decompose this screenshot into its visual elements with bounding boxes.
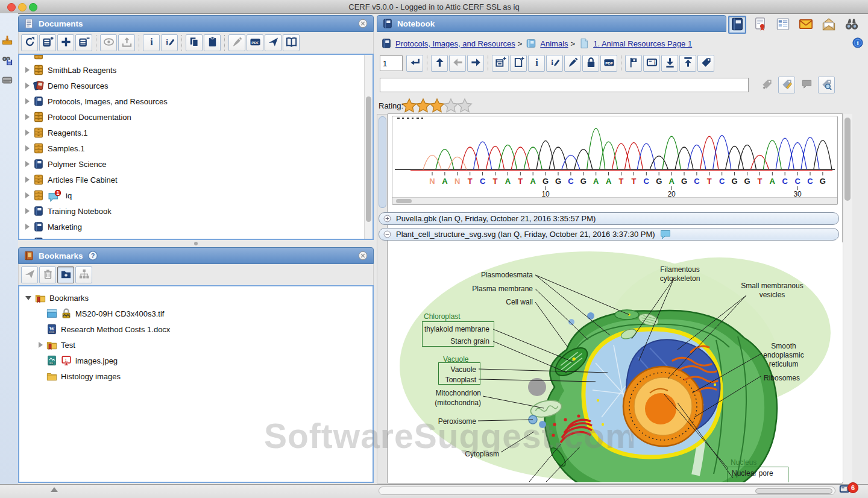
binoculars-button[interactable]: [843, 16, 861, 34]
view-button[interactable]: [100, 34, 117, 51]
form-button[interactable]: [774, 16, 792, 34]
edit-info-button[interactable]: i: [546, 55, 563, 72]
tree-row[interactable]: [19, 54, 373, 62]
add-page-button[interactable]: [510, 55, 527, 72]
info-button[interactable]: i: [528, 55, 545, 72]
flag-button[interactable]: [625, 55, 642, 72]
import-tray-icon[interactable]: [2, 35, 16, 49]
expand-arrow-icon[interactable]: [25, 114, 30, 120]
expand-arrow-icon[interactable]: [25, 177, 30, 183]
notebook-scrollbar-thumb-right[interactable]: [844, 118, 851, 201]
arrow-right-button[interactable]: [467, 55, 484, 72]
edit-tag-button[interactable]: [778, 77, 795, 93]
scroll-top-button[interactable]: [679, 55, 696, 72]
expand-arrow-icon[interactable]: [25, 192, 30, 198]
tree-row[interactable]: Histology images: [19, 368, 373, 384]
tree-row[interactable]: Protocol Documentation: [19, 109, 373, 125]
chromatogram-hscrollbar-thumb[interactable]: [396, 199, 412, 203]
tree-row[interactable]: JPG1.images.jpeg: [19, 353, 373, 368]
add-button[interactable]: [57, 34, 74, 51]
copy-button[interactable]: [186, 34, 203, 51]
collapse-expander-icon[interactable]: [25, 296, 31, 300]
scroll-bottom-button[interactable]: [661, 55, 678, 72]
divider-drag-handle[interactable]: [51, 487, 58, 492]
hard-drive-icon[interactable]: [2, 75, 16, 89]
notebook-horizontal-scrollbar-thumb[interactable]: [755, 488, 832, 494]
return-button[interactable]: [406, 55, 423, 72]
info-circle-icon[interactable]: i: [852, 37, 866, 51]
close-panel-icon[interactable]: [357, 250, 368, 261]
expand-arrow-icon[interactable]: [25, 130, 30, 136]
expand-arrow-icon[interactable]: [25, 161, 30, 167]
tree-row[interactable]: Training Notebook: [19, 203, 373, 219]
expand-icon[interactable]: [383, 214, 392, 223]
tree-row[interactable]: Marketing: [19, 219, 373, 235]
mail-button[interactable]: [797, 16, 815, 34]
tree-row[interactable]: Protocols, Images, and Resources: [19, 93, 373, 109]
certificate-button[interactable]: [751, 16, 769, 34]
remove-cabinet-button[interactable]: [75, 34, 92, 51]
sign-button[interactable]: [564, 55, 581, 72]
close-panel-icon[interactable]: [357, 18, 368, 29]
upload-button[interactable]: [118, 34, 135, 51]
help-icon[interactable]: ?: [87, 250, 98, 261]
close-window-button[interactable]: [7, 3, 16, 11]
expand-arrow-icon[interactable]: [25, 98, 30, 104]
hierarchy-button[interactable]: [75, 266, 92, 283]
documents-tree-scrollbar-thumb[interactable]: [366, 96, 371, 222]
delete-button[interactable]: [39, 266, 56, 283]
comment-blue-icon[interactable]: [659, 229, 671, 241]
info-button[interactable]: i: [143, 34, 160, 51]
add-cabinet-button[interactable]: [39, 34, 56, 51]
notebook-scrollbar-thumb[interactable]: [379, 116, 386, 208]
book-button[interactable]: [283, 34, 300, 51]
sign-button[interactable]: [228, 34, 245, 51]
arrow-left-button[interactable]: [449, 55, 466, 72]
tree-row[interactable]: Bookmarks: [19, 290, 373, 306]
breadcrumb-link[interactable]: Protocols, Images, and Resources: [395, 39, 515, 48]
tree-row[interactable]: Demo Resources: [19, 78, 373, 93]
attachment-bar[interactable]: Puvella.gbk (Ian Q, Friday, October 21, …: [379, 212, 839, 225]
panel-resize-handle[interactable]: [194, 242, 198, 245]
comment-button[interactable]: [798, 77, 815, 93]
attachment-bar[interactable]: Plant_cell_structure_svg.svg (Ian Q, Fri…: [379, 228, 839, 241]
expand-arrow-icon[interactable]: [39, 342, 43, 348]
tree-row[interactable]: Samples.1: [19, 140, 373, 156]
edit-info-button[interactable]: i: [161, 34, 178, 51]
page-number-input[interactable]: [380, 55, 403, 71]
arrow-up-button[interactable]: [431, 55, 448, 72]
navigate-button[interactable]: [21, 266, 38, 283]
expand-arrow-icon[interactable]: [25, 208, 30, 214]
mail-open-button[interactable]: [820, 16, 838, 34]
tree-row[interactable]: Master Glossary: [19, 235, 373, 240]
add-tag-button[interactable]: [758, 77, 775, 93]
add-folder-button[interactable]: [57, 266, 74, 283]
send-button[interactable]: [265, 34, 281, 51]
rating-star-icon[interactable]: [457, 98, 473, 113]
search-saved-icon[interactable]: [2, 55, 16, 69]
expand-arrow-icon[interactable]: [25, 239, 30, 240]
expand-arrow-icon[interactable]: [25, 145, 30, 151]
add-entry-button[interactable]: [492, 55, 509, 72]
rating-stars[interactable]: [403, 98, 473, 113]
maximize-window-button[interactable]: [29, 3, 37, 11]
tree-row[interactable]: MS20-09H CD3x400s3.tif: [19, 306, 373, 321]
paste-button[interactable]: [204, 34, 221, 51]
tree-row[interactable]: Polymer Science: [19, 156, 373, 172]
expand-arrow-icon[interactable]: [25, 83, 30, 89]
minimize-window-button[interactable]: [18, 3, 27, 11]
tree-row[interactable]: WDOCXResearch Method Costs 1.docx: [19, 321, 373, 337]
tree-row[interactable]: SmithLab Reagents: [19, 62, 373, 78]
entry-info-button[interactable]: i: [643, 55, 660, 72]
tree-row[interactable]: Articles File Cabinet: [19, 172, 373, 188]
tag-button[interactable]: [697, 55, 714, 72]
breadcrumb-link[interactable]: 1. Animal Resources Page 1: [593, 39, 692, 48]
tag-search-input[interactable]: [380, 78, 749, 92]
search-tag-button[interactable]: [818, 77, 835, 93]
refresh-button[interactable]: [21, 34, 38, 51]
breadcrumb-link[interactable]: Animals: [540, 39, 568, 48]
pdf-button[interactable]: PDF: [247, 34, 263, 51]
tree-row[interactable]: Test: [19, 337, 373, 353]
tree-row[interactable]: Reagents.1: [19, 125, 373, 140]
expand-arrow-icon[interactable]: [25, 224, 30, 230]
